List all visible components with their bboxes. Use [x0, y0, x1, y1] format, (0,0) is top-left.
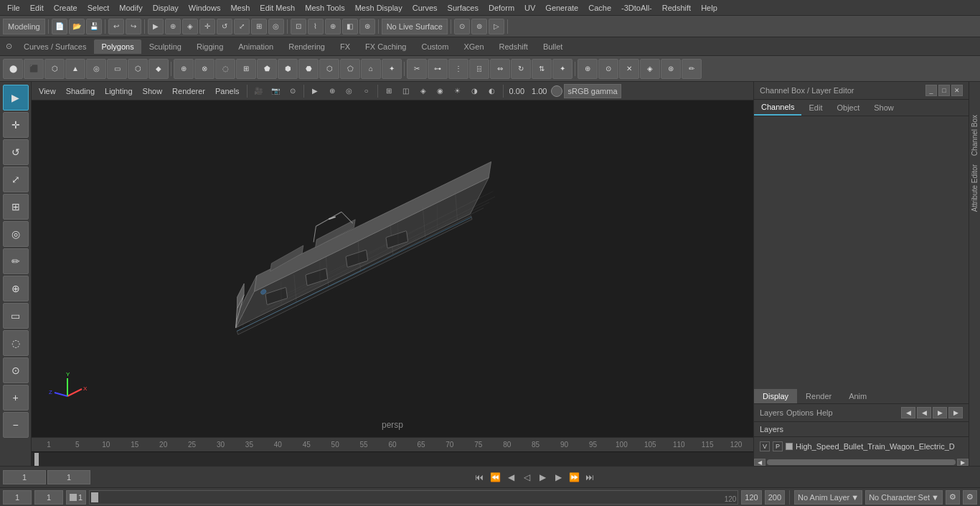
shelf-platonic[interactable]: ◆ — [149, 59, 169, 79]
save-file-btn[interactable]: 💾 — [86, 19, 102, 34]
shelf-wedge[interactable]: ⌂ — [361, 59, 381, 79]
viewport-menu-lighting[interactable]: Lighting — [100, 85, 137, 97]
move-tool[interactable]: ✛ — [3, 112, 29, 138]
sidebar-tab-attribute-editor[interactable]: Attribute Editor — [969, 160, 980, 216]
disp-tab-display[interactable]: Display — [754, 389, 797, 403]
select-tool-btn[interactable]: ▶ — [148, 19, 164, 34]
wireframe-icon[interactable]: ◫ — [398, 84, 414, 98]
select-tool[interactable]: ▶ — [3, 85, 29, 111]
shelf-bridge[interactable]: ⬣ — [298, 59, 319, 79]
snap-point-btn[interactable]: ⊕ — [325, 19, 341, 34]
layer-add-btn[interactable]: ◀ — [901, 407, 915, 418]
tab-object[interactable]: Object — [829, 100, 867, 115]
tab-redshift[interactable]: Redshift — [492, 39, 535, 54]
soft-select-tool[interactable]: ◎ — [3, 221, 29, 247]
scroll-left-btn[interactable]: ◀ — [754, 459, 765, 466]
shelf-torus[interactable]: ◎ — [86, 59, 106, 79]
shelf-target-weld[interactable]: ⊛ — [661, 59, 681, 79]
panel-minimize-btn[interactable]: _ — [925, 85, 937, 96]
menu-cache[interactable]: Cache — [584, 2, 616, 14]
tab-sculpting[interactable]: Sculpting — [142, 39, 189, 54]
play-btn[interactable]: ▶ — [535, 470, 550, 484]
scale-tool-btn[interactable]: ⤢ — [234, 19, 250, 34]
anim-layer-dropdown[interactable]: No Anim Layer ▼ — [794, 490, 862, 505]
comp-icon[interactable]: ◎ — [341, 84, 357, 98]
tab-fx[interactable]: FX — [333, 39, 357, 54]
viewport-menu-shading[interactable]: Shading — [62, 85, 99, 97]
shelf-connect[interactable]: ⊶ — [428, 59, 448, 79]
go-start-btn[interactable]: ⏮ — [472, 470, 486, 484]
hier-icon[interactable]: ⊕ — [324, 84, 340, 98]
timeline-track[interactable] — [32, 451, 753, 466]
shelf-sphere[interactable]: ⬤ — [3, 59, 23, 79]
menu-surfaces[interactable]: Surfaces — [443, 2, 483, 14]
shelf-knife[interactable]: ✂ — [407, 59, 427, 79]
go-end-btn[interactable]: ⏭ — [583, 470, 597, 484]
shelf-delete-edge[interactable]: ✕ — [619, 59, 639, 79]
tab-rendering[interactable]: Rendering — [281, 39, 332, 54]
char-set-icon-btn[interactable]: ⚙ — [946, 490, 960, 505]
snap-grid-btn[interactable]: ⊡ — [291, 19, 306, 34]
shelf-separate[interactable]: ⊗ — [194, 59, 215, 79]
layers-scrollbar[interactable]: ◀ ▶ — [754, 459, 969, 466]
scroll-thumb[interactable] — [767, 459, 956, 465]
layers-menu-layers[interactable]: Layers — [760, 408, 783, 417]
shelf-cube[interactable]: ⬛ — [24, 59, 44, 79]
render-btn[interactable]: ⊙ — [454, 19, 470, 34]
menu-generate[interactable]: Generate — [541, 2, 583, 14]
shelf-spin-edge[interactable]: ↻ — [511, 59, 531, 79]
viewport-menu-renderer[interactable]: Renderer — [168, 85, 209, 97]
timeline-cursor[interactable] — [34, 453, 39, 466]
settings-icon-btn[interactable]: ⚙ — [963, 490, 977, 505]
tab-bullet[interactable]: Bullet — [536, 39, 570, 54]
layer-nav1-btn[interactable]: ◀ — [917, 407, 931, 418]
menu-select[interactable]: Select — [83, 2, 114, 14]
menu-mesh-display[interactable]: Mesh Display — [351, 2, 407, 14]
tab-curves-surfaces[interactable]: Curves / Surfaces — [17, 39, 93, 54]
minus-tool[interactable]: − — [3, 412, 29, 438]
marquee-tool[interactable]: ▭ — [3, 303, 29, 329]
menu-edit-mesh[interactable]: Edit Mesh — [255, 2, 299, 14]
ipr-btn[interactable]: ⊚ — [471, 19, 487, 34]
menu-edit[interactable]: Edit — [26, 2, 48, 14]
custom-attr-tool[interactable]: + — [3, 385, 29, 411]
status-field-2[interactable]: 1 — [34, 490, 63, 505]
smooth-icon[interactable]: ◈ — [415, 84, 431, 98]
workspace-dropdown[interactable]: Modeling — [3, 19, 45, 34]
shelf-split[interactable]: ✦ — [552, 59, 573, 79]
ao-icon[interactable]: ◐ — [484, 84, 500, 98]
shelf-plane[interactable]: ▭ — [107, 59, 127, 79]
playback-end-field[interactable]: 120 — [741, 490, 761, 505]
shelf-cylinder[interactable]: ⬡ — [44, 59, 65, 79]
status-field-1[interactable]: 1 — [3, 490, 32, 505]
shelf-combine[interactable]: ⊕ — [174, 59, 194, 79]
redo-btn[interactable]: ↪ — [126, 19, 141, 34]
render-seq-btn[interactable]: ▷ — [489, 19, 504, 34]
disp-tab-render[interactable]: Render — [797, 389, 840, 403]
timeline-scrubber[interactable]: 120 — [89, 490, 738, 505]
snap-live-btn[interactable]: ⊛ — [359, 19, 375, 34]
universal-tool-btn[interactable]: ⊞ — [251, 19, 267, 34]
disp-tab-anim[interactable]: Anim — [840, 389, 875, 403]
tab-fx-caching[interactable]: FX Caching — [358, 39, 413, 54]
cam2-icon[interactable]: ⊙ — [285, 84, 301, 98]
layers-menu-help[interactable]: Help — [816, 408, 833, 417]
menu-redshift[interactable]: Redshift — [658, 2, 695, 14]
frame-field-2[interactable]: 1 — [47, 470, 90, 484]
tab-custom[interactable]: Custom — [415, 39, 456, 54]
menu-curves[interactable]: Curves — [408, 2, 442, 14]
layers-menu-options[interactable]: Options — [786, 408, 814, 417]
open-file-btn[interactable]: 📂 — [69, 19, 85, 34]
show-manipulator[interactable]: ⊙ — [3, 357, 29, 383]
select-mask-icon[interactable]: ▶ — [307, 84, 323, 98]
step-back-btn[interactable]: ⏪ — [488, 470, 502, 484]
shelf-bevel[interactable]: ⬟ — [257, 59, 277, 79]
color-space-dropdown[interactable]: sRGB gamma — [564, 84, 621, 98]
shelf-cone[interactable]: ▲ — [65, 59, 85, 79]
layer-nav3-btn[interactable]: ▶ — [948, 407, 963, 418]
rotate-tool[interactable]: ↺ — [3, 139, 29, 165]
color-space-icon[interactable] — [551, 85, 562, 97]
texture-icon[interactable]: ◉ — [433, 84, 448, 98]
layer-visibility-btn[interactable]: V — [760, 441, 770, 451]
tab-polygons[interactable]: Polygons — [94, 39, 141, 54]
